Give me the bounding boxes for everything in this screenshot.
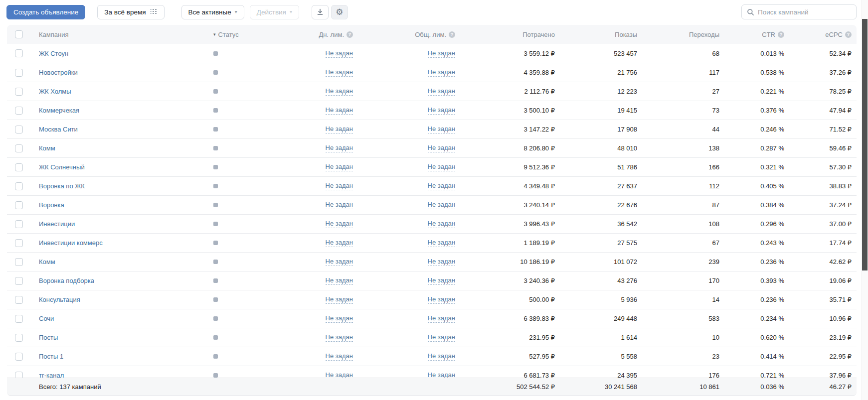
campaign-link[interactable]: Комм [39,144,55,152]
header-campaign[interactable]: Кампания [32,31,213,38]
header-spent[interactable]: Потрачено [455,31,555,38]
campaign-link[interactable]: Сочи [39,315,54,322]
help-icon[interactable]: ? [347,31,353,38]
campaign-link[interactable]: Воронка подборка [39,277,94,284]
status-icon[interactable] [213,260,218,264]
status-icon[interactable] [213,316,218,321]
row-checkbox[interactable] [15,163,23,171]
total-limit-value[interactable]: Не задан [428,87,455,96]
status-icon[interactable] [213,222,218,226]
total-limit-value[interactable]: Не задан [428,182,455,190]
help-icon[interactable]: ? [845,31,852,38]
total-limit-value[interactable]: Не задан [428,106,455,115]
total-limit-value[interactable]: Не задан [428,276,455,285]
daily-limit-value[interactable]: Не задан [326,201,353,209]
status-icon[interactable] [213,108,218,113]
row-checkbox[interactable] [15,182,23,190]
status-icon[interactable] [213,203,218,207]
search-box[interactable] [741,4,857,19]
help-icon[interactable]: ? [778,31,784,38]
campaign-link[interactable]: Москва Сити [39,126,78,133]
status-icon[interactable] [213,335,218,340]
row-checkbox[interactable] [15,144,23,152]
total-limit-value[interactable]: Не задан [428,352,455,361]
row-checkbox[interactable] [15,126,23,133]
total-limit-value[interactable]: Не задан [428,49,455,58]
campaign-link[interactable]: Воронка [39,201,64,209]
total-limit-value[interactable]: Не задан [428,144,455,152]
daily-limit-value[interactable]: Не задан [326,295,353,304]
row-checkbox[interactable] [15,334,23,342]
header-ecpc[interactable]: eCPC ? [784,31,857,38]
campaign-link[interactable]: Посты [39,334,58,341]
total-limit-value[interactable]: Не задан [428,239,455,247]
campaign-link[interactable]: Инвестиции [39,220,75,228]
header-status[interactable]: ▾ Статус [213,31,258,38]
daily-limit-value[interactable]: Не задан [326,49,353,58]
select-all-checkbox[interactable] [15,30,23,38]
campaign-link[interactable]: Инвестиции коммерс [39,239,103,247]
daily-limit-value[interactable]: Не задан [326,87,353,96]
scrollbar-thumb[interactable] [862,19,868,270]
actions-dropdown[interactable]: Действия ▾ [250,5,299,19]
row-checkbox[interactable] [15,258,23,266]
total-limit-value[interactable]: Не задан [428,201,455,209]
total-limit-value[interactable]: Не задан [428,163,455,171]
daily-limit-value[interactable]: Не задан [326,144,353,152]
campaign-link[interactable]: ЖК Стоун [39,50,68,57]
status-icon[interactable] [213,354,218,359]
row-checkbox[interactable] [15,277,23,285]
row-checkbox[interactable] [15,315,23,323]
campaign-link[interactable]: Коммерчекая [39,107,79,114]
campaign-link[interactable]: ЖК Холмы [39,88,71,95]
campaign-link[interactable]: Консультация [39,296,80,303]
row-checkbox[interactable] [15,88,23,96]
daily-limit-value[interactable]: Не задан [326,68,353,77]
status-icon[interactable] [213,184,218,188]
export-download-button[interactable] [312,5,329,19]
campaign-link[interactable]: Воронка по ЖК [39,182,85,190]
total-limit-value[interactable]: Не задан [428,314,455,323]
create-ad-button[interactable]: Создать объявление [6,5,85,19]
daily-limit-value[interactable]: Не задан [326,333,353,342]
daily-limit-value[interactable]: Не задан [326,276,353,285]
status-icon[interactable] [213,146,218,150]
row-checkbox[interactable] [15,69,23,77]
status-icon[interactable] [213,278,218,283]
row-checkbox[interactable] [15,107,23,115]
status-icon[interactable] [213,241,218,245]
header-impressions[interactable]: Показы [555,31,637,38]
status-icon[interactable] [213,297,218,302]
status-icon[interactable] [213,51,218,56]
campaign-link[interactable]: Комм [39,258,55,266]
total-limit-value[interactable]: Не задан [428,295,455,304]
page-scrollbar[interactable] [862,0,868,400]
total-limit-value[interactable]: Не задан [428,220,455,228]
daily-limit-value[interactable]: Не задан [326,258,353,266]
daily-limit-value[interactable]: Не задан [326,239,353,247]
row-checkbox[interactable] [15,296,23,304]
status-icon[interactable] [213,165,218,169]
campaign-link[interactable]: ЖК Солнечный [39,163,85,171]
total-limit-value[interactable]: Не задан [428,68,455,77]
daily-limit-value[interactable]: Не задан [326,220,353,228]
header-total-limit[interactable]: Общ. лим. ? [353,31,455,38]
row-checkbox[interactable] [15,220,23,228]
daily-limit-value[interactable]: Не задан [326,163,353,171]
daily-limit-value[interactable]: Не задан [326,106,353,115]
help-icon[interactable]: ? [449,31,455,38]
header-daily-limit[interactable]: Дн. лим. ? [258,31,353,38]
search-input[interactable] [758,8,851,16]
row-checkbox[interactable] [15,239,23,247]
campaign-link[interactable]: Посты 1 [39,353,63,360]
daily-limit-value[interactable]: Не задан [326,352,353,361]
total-limit-value[interactable]: Не задан [428,258,455,266]
campaign-link[interactable]: Новостройки [39,69,78,76]
row-checkbox[interactable] [15,49,23,57]
daily-limit-value[interactable]: Не задан [326,125,353,133]
daily-limit-value[interactable]: Не задан [326,314,353,323]
status-icon[interactable] [213,89,218,94]
row-checkbox[interactable] [15,353,23,361]
settings-button[interactable]: ⚙ [331,5,348,19]
status-icon[interactable] [213,70,218,75]
